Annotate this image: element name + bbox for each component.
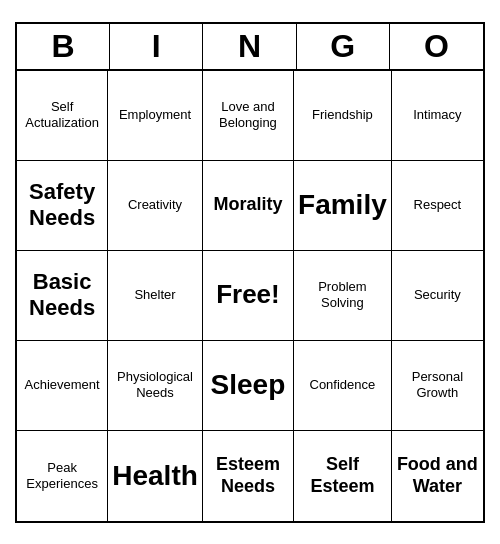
cell-r0-c3: Friendship [294,71,392,161]
cell-r1-c0: Safety Needs [17,161,108,251]
cell-r4-c2: Esteem Needs [203,431,294,521]
cell-r3-c4: Personal Growth [392,341,483,431]
cell-r4-c0: Peak Experiences [17,431,108,521]
cell-r3-c1: Physiological Needs [108,341,203,431]
cell-r2-c2: Free! [203,251,294,341]
cell-r2-c1: Shelter [108,251,203,341]
header-letter: I [110,24,203,69]
cell-r1-c3: Family [294,161,392,251]
header-letter: O [390,24,483,69]
cell-r2-c4: Security [392,251,483,341]
cell-r4-c3: Self Esteem [294,431,392,521]
cell-r1-c4: Respect [392,161,483,251]
cell-r2-c0: Basic Needs [17,251,108,341]
cell-r0-c4: Intimacy [392,71,483,161]
bingo-header: BINGO [17,24,483,71]
cell-r0-c2: Love and Belonging [203,71,294,161]
cell-r3-c2: Sleep [203,341,294,431]
cell-r0-c0: Self Actualization [17,71,108,161]
cell-r4-c4: Food and Water [392,431,483,521]
cell-r4-c1: Health [108,431,203,521]
header-letter: G [297,24,390,69]
header-letter: B [17,24,110,69]
cell-r1-c1: Creativity [108,161,203,251]
cell-r2-c3: Problem Solving [294,251,392,341]
cell-r1-c2: Morality [203,161,294,251]
cell-r3-c0: Achievement [17,341,108,431]
header-letter: N [203,24,296,69]
bingo-grid: Self ActualizationEmploymentLove and Bel… [17,71,483,521]
cell-r3-c3: Confidence [294,341,392,431]
bingo-card: BINGO Self ActualizationEmploymentLove a… [15,22,485,523]
cell-r0-c1: Employment [108,71,203,161]
